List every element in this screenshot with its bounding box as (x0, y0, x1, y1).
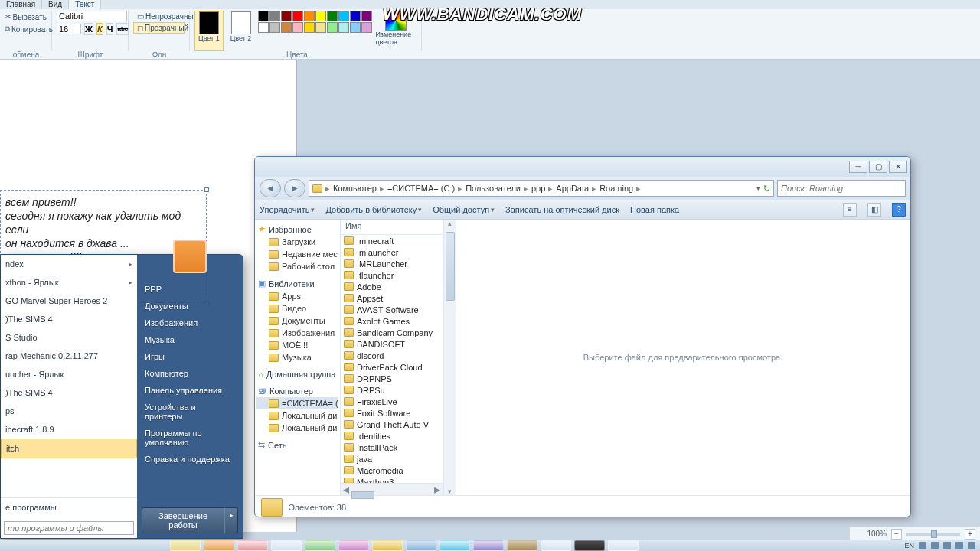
palette-color[interactable] (350, 22, 361, 33)
file-item[interactable]: Identities (341, 430, 443, 442)
nav-network[interactable]: ⇆Сеть (256, 439, 338, 452)
newfolder-button[interactable]: Новая папка (630, 205, 679, 214)
address-breadcrumb[interactable]: ▸ Компьютер▸ =СИСТЕМА= (C:)▸ Пользовател… (309, 180, 774, 197)
column-header-name[interactable]: Имя (341, 220, 443, 235)
palette-color[interactable] (270, 11, 280, 21)
nav-item[interactable]: Документы (256, 315, 338, 327)
palette-color[interactable] (327, 11, 338, 21)
breadcrumb-item[interactable]: AppData (556, 184, 589, 193)
organize-menu[interactable]: Упорядочить ▾ (260, 205, 315, 214)
tray-icon[interactable] (968, 542, 975, 549)
tray-icon[interactable] (931, 542, 939, 549)
zoom-in-button[interactable]: + (965, 529, 975, 540)
user-avatar[interactable] (173, 240, 207, 273)
minimize-button[interactable]: ─ (849, 161, 867, 173)
bold-button[interactable]: Ж (84, 23, 93, 35)
palette-color[interactable] (270, 22, 280, 33)
palette-color[interactable] (327, 22, 338, 33)
nav-favorites[interactable]: ★Избранное (256, 223, 338, 236)
nav-item[interactable]: Музыка (256, 351, 338, 364)
nav-item[interactable]: Apps (256, 290, 338, 302)
start-right-item[interactable]: Справка и поддержка (142, 451, 238, 468)
explorer-search-input[interactable] (777, 180, 906, 197)
nav-forward-button[interactable]: ► (284, 179, 305, 197)
file-item[interactable]: java (341, 453, 443, 465)
help-button[interactable]: ? (892, 203, 906, 217)
start-right-item[interactable]: Программы по умолчанию (142, 425, 238, 451)
tray-icon[interactable] (919, 542, 926, 549)
palette-color[interactable] (281, 22, 292, 33)
share-menu[interactable]: Общий доступ ▾ (433, 205, 495, 214)
palette-color[interactable] (338, 22, 349, 33)
file-item[interactable]: Foxit Software (341, 407, 443, 419)
tray-icon[interactable] (956, 542, 963, 549)
nav-item[interactable]: Локальный диск (D (256, 409, 338, 422)
preview-pane-button[interactable]: ◧ (867, 203, 881, 217)
file-item[interactable]: Bandicam Company (341, 327, 443, 338)
file-item[interactable]: .minecraft (341, 235, 443, 246)
color1-button[interactable]: Цвет 1 (194, 11, 224, 51)
shutdown-button[interactable]: Завершение работы (142, 507, 224, 533)
start-right-item[interactable]: Музыка (142, 331, 238, 348)
start-right-item[interactable]: Устройства и принтеры (142, 399, 238, 425)
file-item[interactable]: BANDISOFT (341, 338, 443, 350)
file-item[interactable]: Macromedia (341, 465, 443, 476)
palette-color[interactable] (258, 22, 269, 33)
resize-handle[interactable] (204, 187, 209, 192)
tray-icon[interactable] (943, 542, 951, 549)
start-program-item[interactable]: GO Marvel Super Heroes 2 (1, 292, 137, 310)
explorer-titlebar[interactable]: ─ ▢ ✕ (255, 157, 910, 177)
tab-text[interactable]: Текст (69, 0, 101, 9)
taskbar-app[interactable] (406, 540, 436, 551)
breadcrumb-item[interactable]: =СИСТЕМА= (C:) (387, 184, 455, 193)
file-item[interactable]: Grand Theft Auto V (341, 419, 443, 430)
file-item[interactable]: FiraxisLive (341, 396, 443, 407)
file-item[interactable]: DRPNPS (341, 373, 443, 384)
file-item[interactable]: AVAST Software (341, 304, 443, 315)
zoom-out-button[interactable]: − (891, 529, 902, 540)
nav-libraries[interactable]: ▣Библиотеки (256, 277, 338, 290)
palette-color[interactable] (292, 22, 303, 33)
nav-item[interactable]: Недавние места (256, 248, 338, 260)
start-program-item[interactable]: )The SIMS 4 (1, 310, 137, 328)
underline-button[interactable]: Ч (106, 23, 114, 35)
taskbar-app[interactable] (439, 540, 470, 551)
vertical-scrollbar[interactable]: ▴ ▾ (443, 220, 456, 495)
breadcrumb-item[interactable]: ppp (531, 184, 545, 193)
burn-button[interactable]: Записать на оптический диск (505, 205, 619, 214)
file-item[interactable]: Axolot Games (341, 315, 443, 327)
palette-color[interactable] (304, 11, 315, 21)
start-right-item[interactable]: Изображения (142, 315, 238, 331)
palette-color[interactable] (338, 11, 349, 21)
copy-button[interactable]: ⧉Копировать (5, 23, 47, 35)
tab-home[interactable]: Главная (0, 0, 42, 9)
taskbar-app[interactable] (271, 540, 302, 551)
palette-color[interactable] (361, 11, 372, 21)
file-item[interactable]: Appset (341, 292, 443, 304)
maximize-button[interactable]: ▢ (869, 161, 887, 173)
start-program-item[interactable]: inecraft 1.8.9 (1, 420, 137, 439)
start-program-item[interactable]: uncher - Ярлык (1, 365, 137, 383)
taskbar-app[interactable] (507, 540, 537, 551)
horizontal-scrollbar[interactable]: ◂ ▸ (341, 483, 443, 495)
italic-button[interactable]: К (96, 23, 103, 35)
start-right-item[interactable]: Документы (142, 298, 238, 315)
taskbar-app[interactable] (338, 540, 369, 551)
palette-color[interactable] (281, 11, 292, 21)
input-lang[interactable]: EN (904, 542, 914, 549)
palette-color[interactable] (315, 22, 326, 33)
nav-item[interactable]: Локальный диск (E (256, 422, 338, 434)
font-size-select[interactable] (57, 24, 81, 34)
start-program-item[interactable]: ndex▸ (1, 255, 137, 273)
addlib-menu[interactable]: Добавить в библиотеку ▾ (325, 205, 422, 214)
start-search-input[interactable] (4, 521, 134, 535)
color2-button[interactable]: Цвет 2 (227, 11, 256, 51)
taskbar-app[interactable] (237, 540, 268, 551)
nav-item[interactable]: =СИСТЕМА= (C:) (256, 397, 338, 409)
breadcrumb-item[interactable]: Roaming (599, 184, 633, 193)
breadcrumb-item[interactable]: Пользователи (466, 184, 521, 193)
file-item[interactable]: discord (341, 350, 443, 361)
file-item[interactable]: InstallPack (341, 442, 443, 453)
nav-homegroup[interactable]: ⌂Домашняя группа (256, 368, 338, 380)
file-item[interactable]: Maxthon3 (341, 476, 443, 483)
